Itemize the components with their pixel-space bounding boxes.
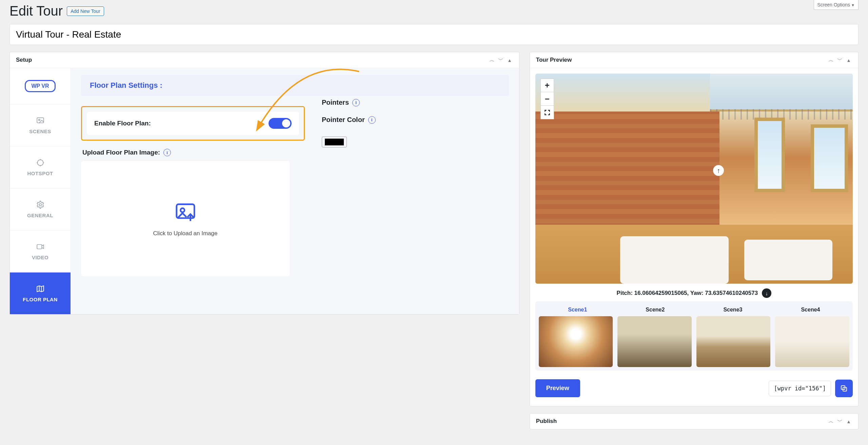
copy-icon <box>840 384 848 392</box>
enable-floor-plan-toggle[interactable] <box>269 118 292 129</box>
svg-point-6 <box>180 208 184 212</box>
target-icon <box>36 158 45 167</box>
nav-scenes[interactable]: SCENES <box>10 104 71 146</box>
pointers-label: Pointers <box>322 99 349 106</box>
preview-button[interactable]: Preview <box>535 379 580 397</box>
panorama-viewer[interactable]: + − ↑ <box>535 74 853 284</box>
nav-video[interactable]: VIDEO <box>10 230 71 272</box>
page-title: Edit Tour <box>9 3 63 19</box>
zoom-in-button[interactable]: + <box>540 79 554 92</box>
publish-metabox-title: Publish <box>536 418 557 425</box>
tour-title-input[interactable] <box>9 24 859 45</box>
fullscreen-icon <box>544 109 551 116</box>
svg-point-2 <box>37 160 43 165</box>
setup-metabox: Setup ︿ ﹀ ▴ WP VR SC <box>9 52 519 315</box>
download-stats-button[interactable]: ↓ <box>762 288 771 298</box>
move-up-icon[interactable]: ︿ <box>489 57 495 63</box>
nav-floor-plan[interactable]: FLOOR PLAN <box>10 272 71 314</box>
move-up-icon[interactable]: ︿ <box>828 57 834 63</box>
pointer-color-label: Pointer Color <box>322 116 365 124</box>
preview-stats-text: Pitch: 16.06064259015065, Yaw: 73.635746… <box>617 290 758 297</box>
map-icon <box>36 284 45 293</box>
scene-thumb-4[interactable] <box>775 316 849 367</box>
svg-rect-4 <box>37 245 42 249</box>
scene-tab-4[interactable]: Scene4 <box>801 307 820 313</box>
info-icon[interactable]: i <box>352 99 360 106</box>
nav-scenes-label: SCENES <box>29 128 51 134</box>
setup-metabox-title: Setup <box>16 57 32 63</box>
collapse-icon[interactable]: ▴ <box>506 57 513 63</box>
scene-thumb-3[interactable] <box>696 316 771 367</box>
upload-image-label: Upload Floor Plan Image: <box>82 149 160 156</box>
nav-floor-plan-label: FLOOR PLAN <box>23 297 58 302</box>
svg-point-1 <box>38 119 40 121</box>
fullscreen-button[interactable] <box>540 106 554 119</box>
info-icon[interactable]: i <box>163 149 171 156</box>
compass-icon: ↑ <box>713 165 724 176</box>
shortcode-text: [wpvr id="156"] <box>769 381 831 396</box>
screen-options-button[interactable]: Screen Options <box>814 0 859 10</box>
tour-preview-title: Tour Preview <box>536 57 572 63</box>
zoom-out-button[interactable]: − <box>540 92 554 106</box>
collapse-icon[interactable]: ▴ <box>845 57 852 63</box>
scene-thumb-1[interactable] <box>539 316 613 367</box>
upload-floor-plan-zone[interactable]: Click to Upload an Image <box>81 161 290 276</box>
add-new-tour-button[interactable]: Add New Tour <box>67 6 104 16</box>
scene-tab-1[interactable]: Scene1 <box>568 307 587 313</box>
move-down-icon[interactable]: ﹀ <box>836 57 843 63</box>
copy-shortcode-button[interactable] <box>835 380 853 397</box>
setup-vertical-nav: WP VR SCENES HOTSPOT GENERAL <box>10 68 71 314</box>
enable-floor-plan-highlight: Enable Floor Plan: <box>81 106 305 141</box>
move-down-icon[interactable]: ﹀ <box>497 57 504 63</box>
pointer-color-picker[interactable] <box>322 137 347 147</box>
move-up-icon[interactable]: ︿ <box>828 418 834 425</box>
info-icon[interactable]: i <box>368 116 376 124</box>
nav-video-label: VIDEO <box>32 255 48 260</box>
svg-point-3 <box>39 204 41 206</box>
settings-title: Floor Plan Settings : <box>90 81 500 90</box>
video-icon <box>36 242 45 251</box>
scene-thumb-2[interactable] <box>617 316 692 367</box>
move-down-icon[interactable]: ﹀ <box>836 418 843 425</box>
upload-cta-text: Click to Upload an Image <box>153 230 218 237</box>
enable-floor-plan-label: Enable Floor Plan: <box>94 120 151 127</box>
collapse-icon[interactable]: ▴ <box>845 418 852 425</box>
upload-image-icon <box>174 200 197 224</box>
pointer-color-swatch <box>325 139 344 145</box>
gear-icon <box>36 200 45 209</box>
nav-general-label: GENERAL <box>27 213 53 218</box>
scene-tab-2[interactable]: Scene2 <box>646 307 665 313</box>
scene-tab-3[interactable]: Scene3 <box>723 307 742 313</box>
nav-general[interactable]: GENERAL <box>10 188 71 230</box>
wpvr-logo: WP VR <box>10 68 71 104</box>
image-icon <box>36 116 45 125</box>
nav-hotspot[interactable]: HOTSPOT <box>10 146 71 188</box>
publish-metabox: Publish ︿ ﹀ ▴ <box>530 413 859 429</box>
nav-hotspot-label: HOTSPOT <box>27 170 53 176</box>
tour-preview-metabox: Tour Preview ︿ ﹀ ▴ <box>530 52 859 406</box>
